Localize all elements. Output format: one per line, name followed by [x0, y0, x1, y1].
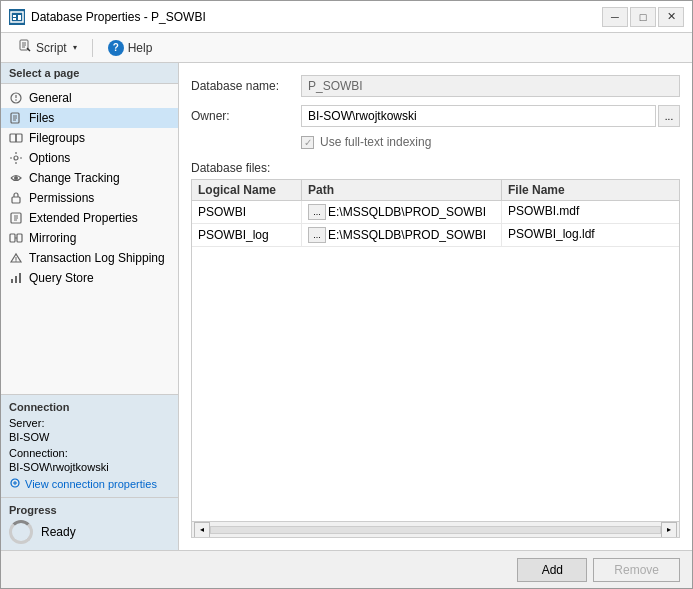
- progress-header: Progress: [9, 504, 170, 516]
- change-tracking-icon: [9, 171, 23, 185]
- col-logical-name: Logical Name: [192, 180, 302, 200]
- fulltext-checkbox: ✓: [301, 136, 314, 149]
- scrollbar-track[interactable]: [210, 526, 661, 534]
- svg-rect-0: [11, 12, 23, 22]
- mirroring-label: Mirroring: [29, 231, 76, 245]
- owner-input[interactable]: [301, 105, 656, 127]
- svg-rect-2: [13, 18, 16, 20]
- row2-path-browse[interactable]: ...: [308, 227, 326, 243]
- query-store-label: Query Store: [29, 271, 94, 285]
- sidebar-item-change-tracking[interactable]: Change Tracking: [1, 168, 178, 188]
- svg-point-22: [14, 176, 18, 180]
- sidebar-item-transaction-log-shipping[interactable]: Transaction Log Shipping: [1, 248, 178, 268]
- svg-rect-33: [11, 279, 13, 283]
- owner-label: Owner:: [191, 109, 301, 123]
- filegroups-icon: [9, 131, 23, 145]
- row1-path-value: E:\MSSQLDB\PROD_SOWBI: [328, 205, 486, 219]
- connection-value: BI-SOW\rwojtkowski: [9, 461, 170, 473]
- help-button[interactable]: ? Help: [99, 36, 162, 60]
- select-page-header: Select a page: [1, 63, 178, 84]
- toolbar: Script ▾ ? Help: [1, 33, 692, 63]
- sidebar-item-filegroups[interactable]: Filegroups: [1, 128, 178, 148]
- server-value: BI-SOW: [9, 431, 170, 443]
- script-button[interactable]: Script ▾: [9, 35, 86, 60]
- minimize-button[interactable]: ─: [602, 7, 628, 27]
- sidebar-item-permissions[interactable]: Permissions: [1, 188, 178, 208]
- row2-logical: PSOWBI_log: [192, 224, 302, 246]
- progress-section: Progress Ready: [1, 497, 178, 550]
- svg-point-32: [15, 260, 16, 261]
- svg-rect-23: [12, 197, 20, 203]
- permissions-icon: [9, 191, 23, 205]
- svg-rect-16: [16, 134, 22, 142]
- sidebar-item-general[interactable]: General: [1, 88, 178, 108]
- window-title: Database Properties - P_SOWBI: [31, 10, 602, 24]
- extended-properties-label: Extended Properties: [29, 211, 138, 225]
- owner-browse-button[interactable]: ...: [658, 105, 680, 127]
- row1-path: ... E:\MSSQLDB\PROD_SOWBI: [302, 201, 502, 223]
- close-button[interactable]: ✕: [658, 7, 684, 27]
- remove-button[interactable]: Remove: [593, 558, 680, 582]
- row2-filename: PSOWBI_log.ldf: [502, 224, 679, 246]
- svg-point-17: [14, 156, 18, 160]
- svg-rect-28: [10, 234, 15, 242]
- sidebar: Select a page General Files: [1, 63, 179, 550]
- script-icon: [18, 39, 32, 56]
- table-body: PSOWBI ... E:\MSSQLDB\PROD_SOWBI PSOWBI.…: [192, 201, 679, 521]
- db-files-section: Database files: Logical Name Path File N…: [191, 161, 680, 538]
- view-connection-link[interactable]: View connection properties: [9, 477, 170, 491]
- svg-point-10: [15, 99, 17, 101]
- sidebar-item-files[interactable]: Files: [1, 108, 178, 128]
- progress-status: Ready: [41, 525, 76, 539]
- add-button[interactable]: Add: [517, 558, 587, 582]
- sidebar-item-query-store[interactable]: Query Store: [1, 268, 178, 288]
- fulltext-row: ✓ Use full-text indexing: [301, 135, 680, 149]
- files-icon: [9, 111, 23, 125]
- files-label: Files: [29, 111, 54, 125]
- svg-rect-15: [10, 134, 16, 142]
- sidebar-item-extended-properties[interactable]: Extended Properties: [1, 208, 178, 228]
- right-panel: Database name: P_SOWBI Owner: ... ✓ Use …: [179, 63, 692, 550]
- row2-path: ... E:\MSSQLDB\PROD_SOWBI: [302, 224, 502, 246]
- query-store-icon: [9, 271, 23, 285]
- maximize-button[interactable]: □: [630, 7, 656, 27]
- window-icon: [9, 9, 25, 25]
- mirroring-icon: [9, 231, 23, 245]
- extended-properties-icon: [9, 211, 23, 225]
- permissions-label: Permissions: [29, 191, 94, 205]
- horizontal-scrollbar: ◂ ▸: [192, 521, 679, 537]
- fulltext-label: Use full-text indexing: [320, 135, 431, 149]
- table-row[interactable]: PSOWBI_log ... E:\MSSQLDB\PROD_SOWBI PSO…: [192, 224, 679, 247]
- check-mark: ✓: [304, 137, 312, 148]
- svg-rect-29: [17, 234, 22, 242]
- row2-path-value: E:\MSSQLDB\PROD_SOWBI: [328, 228, 486, 242]
- transaction-log-icon: [9, 251, 23, 265]
- main-content: Select a page General Files: [1, 63, 692, 550]
- help-label: Help: [128, 41, 153, 55]
- row1-path-browse[interactable]: ...: [308, 204, 326, 220]
- change-tracking-label: Change Tracking: [29, 171, 120, 185]
- col-filename: File Name: [502, 180, 679, 200]
- svg-rect-3: [18, 15, 21, 20]
- progress-indicator: Ready: [9, 520, 170, 544]
- bottom-bar: Add Remove: [1, 550, 692, 588]
- options-icon: [9, 151, 23, 165]
- sidebar-item-options[interactable]: Options: [1, 148, 178, 168]
- svg-rect-35: [19, 273, 21, 283]
- table-header: Logical Name Path File Name: [192, 180, 679, 201]
- view-connection-label: View connection properties: [25, 478, 157, 490]
- connection-link-icon: [9, 477, 21, 491]
- transaction-log-label: Transaction Log Shipping: [29, 251, 165, 265]
- scrollbar-right[interactable]: ▸: [661, 522, 677, 538]
- db-name-label: Database name:: [191, 79, 301, 93]
- sidebar-item-mirroring[interactable]: Mirroring: [1, 228, 178, 248]
- col-path: Path: [302, 180, 502, 200]
- db-name-value: P_SOWBI: [301, 75, 680, 97]
- progress-spinner: [9, 520, 33, 544]
- scrollbar-left[interactable]: ◂: [194, 522, 210, 538]
- toolbar-separator: [92, 39, 93, 57]
- owner-row: Owner: ...: [191, 105, 680, 127]
- table-row[interactable]: PSOWBI ... E:\MSSQLDB\PROD_SOWBI PSOWBI.…: [192, 201, 679, 224]
- connection-label-text: Connection:: [9, 447, 170, 459]
- server-label-text: Server:: [9, 417, 170, 429]
